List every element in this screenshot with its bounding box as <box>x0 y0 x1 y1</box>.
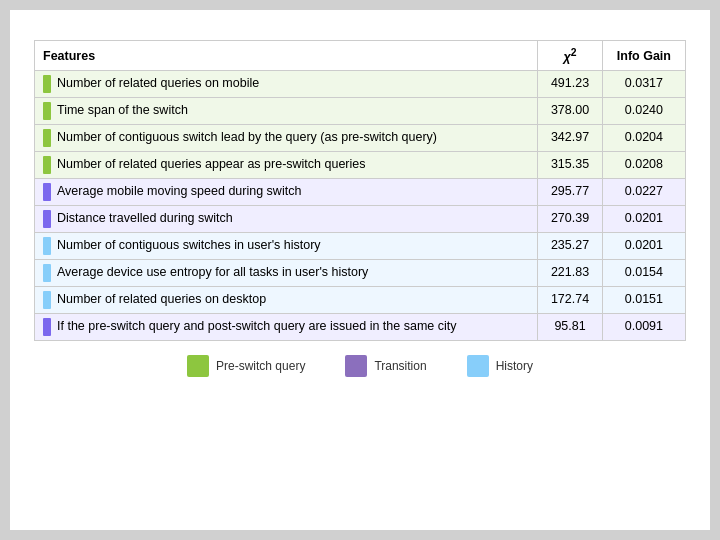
feature-color-bar-1 <box>43 102 51 120</box>
table-row-feature-3: Number of related queries appear as pre-… <box>35 152 538 179</box>
chi2-value-4: 295.77 <box>538 179 603 206</box>
chi2-value-8: 172.74 <box>538 287 603 314</box>
feature-color-bar-2 <box>43 129 51 147</box>
legend-label-2: History <box>496 359 533 373</box>
feature-label-6: Number of contiguous switches in user's … <box>57 237 321 255</box>
info-gain-value-0: 0.0317 <box>602 71 685 98</box>
feature-label-3: Number of related queries appear as pre-… <box>57 156 366 174</box>
legend-label-0: Pre-switch query <box>216 359 305 373</box>
table-row-feature-4: Average mobile moving speed during switc… <box>35 179 538 206</box>
col-header-chi2: χ2 <box>538 41 603 71</box>
table-row-feature-9: If the pre-switch query and post-switch … <box>35 314 538 341</box>
table-row-feature-2: Number of contiguous switch lead by the … <box>35 125 538 152</box>
chi2-value-5: 270.39 <box>538 206 603 233</box>
chi2-value-3: 315.35 <box>538 152 603 179</box>
table-row-feature-0: Number of related queries on mobile <box>35 71 538 98</box>
feature-color-bar-4 <box>43 183 51 201</box>
feature-color-bar-3 <box>43 156 51 174</box>
legend-label-1: Transition <box>374 359 426 373</box>
chi2-value-6: 235.27 <box>538 233 603 260</box>
info-gain-value-8: 0.0151 <box>602 287 685 314</box>
feature-color-bar-5 <box>43 210 51 228</box>
feature-color-bar-9 <box>43 318 51 336</box>
legend-color-0 <box>187 355 209 377</box>
main-container: Features χ2 Info Gain Number of related … <box>10 10 710 530</box>
legend-color-1 <box>345 355 367 377</box>
info-gain-value-3: 0.0208 <box>602 152 685 179</box>
feature-label-5: Distance travelled during switch <box>57 210 233 228</box>
col-header-features: Features <box>35 41 538 71</box>
info-gain-value-2: 0.0204 <box>602 125 685 152</box>
feature-color-bar-6 <box>43 237 51 255</box>
feature-color-bar-8 <box>43 291 51 309</box>
feature-label-8: Number of related queries on desktop <box>57 291 266 309</box>
chi2-value-9: 95.81 <box>538 314 603 341</box>
info-gain-value-5: 0.0201 <box>602 206 685 233</box>
legend-item-2: History <box>467 355 533 377</box>
feature-color-bar-7 <box>43 264 51 282</box>
table-row-feature-1: Time span of the switch <box>35 98 538 125</box>
feature-label-4: Average mobile moving speed during switc… <box>57 183 301 201</box>
info-gain-value-1: 0.0240 <box>602 98 685 125</box>
feature-label-7: Average device use entropy for all tasks… <box>57 264 368 282</box>
table-row-feature-5: Distance travelled during switch <box>35 206 538 233</box>
feature-label-2: Number of contiguous switch lead by the … <box>57 129 437 147</box>
feature-table: Features χ2 Info Gain Number of related … <box>34 40 686 341</box>
feature-label-0: Number of related queries on mobile <box>57 75 259 93</box>
table-row-feature-8: Number of related queries on desktop <box>35 287 538 314</box>
feature-label-1: Time span of the switch <box>57 102 188 120</box>
table-row-feature-7: Average device use entropy for all tasks… <box>35 260 538 287</box>
chi2-value-7: 221.83 <box>538 260 603 287</box>
legend-item-0: Pre-switch query <box>187 355 305 377</box>
chi2-value-2: 342.97 <box>538 125 603 152</box>
info-gain-value-7: 0.0154 <box>602 260 685 287</box>
legend-item-1: Transition <box>345 355 426 377</box>
info-gain-value-6: 0.0201 <box>602 233 685 260</box>
legend-color-2 <box>467 355 489 377</box>
table-row-feature-6: Number of contiguous switches in user's … <box>35 233 538 260</box>
info-gain-value-4: 0.0227 <box>602 179 685 206</box>
feature-color-bar-0 <box>43 75 51 93</box>
col-header-info-gain: Info Gain <box>602 41 685 71</box>
info-gain-value-9: 0.0091 <box>602 314 685 341</box>
feature-label-9: If the pre-switch query and post-switch … <box>57 318 457 336</box>
chi2-value-1: 378.00 <box>538 98 603 125</box>
legend: Pre-switch queryTransitionHistory <box>34 355 686 377</box>
chi2-value-0: 491.23 <box>538 71 603 98</box>
